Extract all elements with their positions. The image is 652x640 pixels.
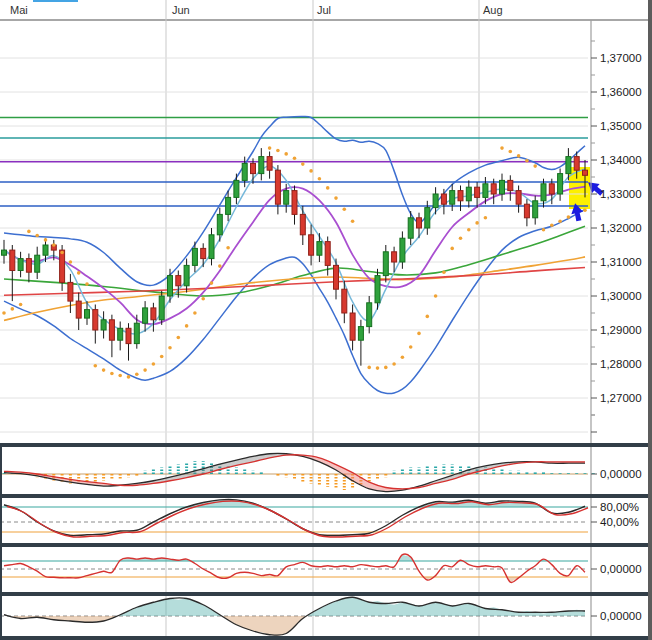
- sar-dot: [44, 238, 48, 242]
- sar-dot: [376, 366, 380, 370]
- candle-bearish: [126, 328, 131, 343]
- candle-bullish: [500, 180, 505, 194]
- price-axis-label: 1,30000: [600, 290, 642, 302]
- sar-dot: [201, 297, 205, 301]
- sar-dot: [284, 152, 288, 156]
- candle-bullish: [159, 296, 164, 320]
- sar-dot: [110, 372, 114, 376]
- sar-dot: [293, 157, 297, 161]
- candle-bullish: [192, 248, 197, 265]
- sar-dot: [525, 159, 529, 163]
- indicator-axis-label: 0,00000: [600, 563, 642, 575]
- candle-bearish: [275, 170, 280, 204]
- sar-dot: [168, 346, 172, 350]
- sar-dot: [35, 234, 39, 238]
- price-axis-label: 1,28000: [600, 358, 642, 370]
- sar-dot: [367, 366, 371, 370]
- top-accent-strip: [33, 0, 78, 2]
- candle-bullish: [2, 250, 7, 255]
- candle-bearish: [325, 242, 330, 266]
- sar-dot: [326, 186, 330, 190]
- sar-dot: [309, 169, 313, 173]
- sar-dot: [343, 208, 347, 212]
- candle-bearish: [176, 276, 181, 286]
- indicator-axis-label: 0,00000: [600, 610, 642, 622]
- candle-bearish: [392, 252, 397, 262]
- sar-dot: [484, 216, 488, 220]
- sar-dot: [77, 271, 81, 275]
- candle-bullish: [408, 218, 413, 238]
- price-axis-label: 1,27000: [600, 392, 642, 404]
- sar-dot: [85, 282, 89, 286]
- sar-dot: [135, 372, 139, 376]
- sar-dot: [467, 228, 471, 232]
- candle-bullish: [558, 174, 563, 194]
- price-axis-label: 1,34000: [600, 154, 642, 166]
- sar-dot: [94, 364, 98, 368]
- candle-bearish: [342, 289, 347, 313]
- sar-dot: [218, 264, 222, 268]
- sar-dot: [542, 228, 546, 232]
- candlestick-chart-canvas[interactable]: MaiJunJulAug1,370001,360001,350001,34000…: [0, 0, 652, 640]
- candle-bearish: [68, 282, 73, 301]
- sar-dot: [558, 219, 562, 223]
- candle-bearish: [334, 265, 339, 289]
- candle-bullish: [168, 276, 173, 296]
- panel-separator-bar[interactable]: [0, 494, 652, 498]
- sar-dot: [69, 260, 73, 264]
- sar-dot: [459, 236, 463, 240]
- month-label-aug: Aug: [483, 4, 503, 16]
- candle-bearish: [60, 250, 65, 282]
- sar-dot: [301, 162, 305, 166]
- candle-bearish: [475, 187, 480, 197]
- panel-separator-bar[interactable]: [0, 543, 652, 547]
- candle-bullish: [466, 187, 471, 201]
- sar-dot: [127, 375, 131, 379]
- sar-dot: [533, 164, 537, 168]
- candle-bullish: [541, 184, 546, 201]
- panel-separator-bar[interactable]: [0, 592, 652, 596]
- panel-separator-bar[interactable]: [0, 443, 652, 447]
- indicator-axis-label: 40,00%: [600, 516, 639, 528]
- candle-bearish: [417, 218, 422, 228]
- candle-bearish: [151, 308, 156, 320]
- candle-bearish: [524, 204, 529, 218]
- sar-dot: [392, 362, 396, 366]
- sar-dot: [384, 366, 388, 370]
- sar-dot: [160, 355, 164, 359]
- window-right-edge: [648, 0, 652, 640]
- sar-dot: [60, 251, 64, 255]
- price-axis-label: 1,36000: [600, 86, 642, 98]
- candle-bearish: [574, 157, 579, 171]
- candle-bearish: [10, 250, 15, 270]
- price-axis-label: 1,33000: [600, 188, 642, 200]
- candle-bullish: [143, 308, 148, 323]
- sar-dot: [143, 368, 147, 372]
- candle-bullish: [226, 197, 231, 214]
- candle-bearish: [26, 259, 31, 273]
- sar-dot: [417, 332, 421, 336]
- candle-bullish: [259, 157, 264, 174]
- candle-bullish: [134, 323, 139, 343]
- candle-bearish: [201, 248, 206, 258]
- candle-bullish: [242, 163, 247, 180]
- candle-bullish: [358, 327, 363, 341]
- price-axis-label: 1,37000: [600, 52, 642, 64]
- candle-bearish: [93, 310, 98, 330]
- candle-bullish: [483, 184, 488, 198]
- sar-dot: [2, 311, 6, 315]
- sar-dot: [426, 315, 430, 319]
- candle-bearish: [583, 170, 588, 175]
- candle-bullish: [234, 180, 239, 197]
- candle-bullish: [184, 265, 189, 285]
- sar-dot: [185, 324, 189, 328]
- candle-bullish: [217, 214, 222, 234]
- candle-bullish: [383, 252, 388, 276]
- panel-separator-bar[interactable]: [0, 636, 652, 640]
- candle-bearish: [441, 194, 446, 204]
- sar-dot: [442, 270, 446, 274]
- candle-bullish: [43, 245, 48, 255]
- price-axis-label: 1,32000: [600, 222, 642, 234]
- candle-bullish: [433, 194, 438, 208]
- panel-left-border: [0, 443, 2, 640]
